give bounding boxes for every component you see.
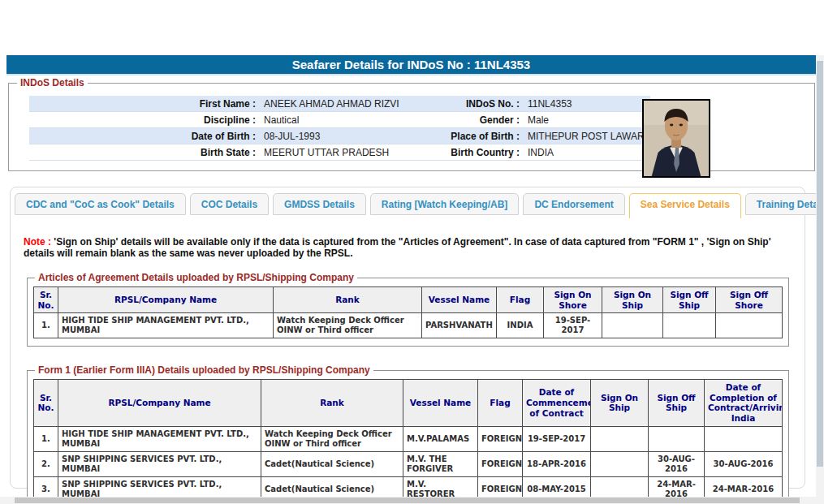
cell-rank: Cadet(Nautical Science) xyxy=(261,451,403,476)
cell-flag: FOREIGN xyxy=(478,451,523,476)
cell-vessel: M.V. THE FORGIVER xyxy=(403,451,478,476)
form1-table-row: 2. SNP SHIPPING SERVICES PVT. LTD., MUMB… xyxy=(34,451,783,476)
col-rpsl-company-name: RPSL/Company Name xyxy=(58,287,274,313)
indos-no-value: 11NL4353 xyxy=(524,96,650,112)
tab-panel: CDC and "CoC as Cook" Details COC Detail… xyxy=(10,187,805,489)
note-text: Note : 'Sign on Ship' details will be av… xyxy=(24,236,796,259)
cell-sign-on-ship xyxy=(591,426,649,451)
col-sign-off-ship: Sign Off Ship xyxy=(663,287,716,313)
col-rank: Rank xyxy=(261,380,403,426)
col-sign-on-ship: Sign On Ship xyxy=(602,287,663,313)
cell-sign-off-ship xyxy=(663,313,716,338)
cell-company: SNP SHIPPING SERVICES PVT. LTD., MUMBAI xyxy=(58,451,261,476)
articles-table: Sr. No. RPSL/Company Name Rank Vessel Na… xyxy=(33,286,783,338)
tab-coc-details[interactable]: COC Details xyxy=(190,193,269,215)
indos-fields: First Name : ANEEK AHMAD AHMAD RIZVI IND… xyxy=(29,96,650,161)
horizontal-scrollbar-thumb[interactable] xyxy=(15,498,800,503)
tab-bar: CDC and "CoC as Cook" Details COC Detail… xyxy=(15,193,805,218)
title-bar: Seafarer Details for INDoS No : 11NL4353 xyxy=(6,55,816,75)
articles-legend: Articles of Agreement Details uploaded b… xyxy=(35,272,357,283)
birth-state-value: MEERUT UTTAR PRADESH xyxy=(261,144,407,161)
seafarer-photo xyxy=(642,99,710,178)
cell-date-completion: 30-AUG-2016 xyxy=(705,451,783,476)
col-date-completion: Date of Completion of Contract/Arriving … xyxy=(705,380,783,426)
cell-sign-on-shore: 19-SEP-2017 xyxy=(544,313,602,338)
discipline-label: Discipline : xyxy=(29,112,261,128)
col-flag: Flag xyxy=(497,287,544,313)
cell-company: HIGH TIDE SHIP MANAGEMENT PVT. LTD., MUM… xyxy=(58,313,274,338)
form1-table: Sr. No. RPSL/Company Name Rank Vessel Na… xyxy=(33,379,783,502)
tab-gmdss-details[interactable]: GMDSS Details xyxy=(273,193,366,215)
vertical-scrollbar-thumb[interactable] xyxy=(817,61,823,467)
birth-state-label: Birth State : xyxy=(29,144,261,161)
place-of-birth-label: Place of Birth : xyxy=(407,128,524,144)
articles-of-agreement-section: Articles of Agreement Details uploaded b… xyxy=(27,272,789,347)
articles-header-row: Sr. No. RPSL/Company Name Rank Vessel Na… xyxy=(34,287,783,313)
col-vessel-name: Vessel Name xyxy=(403,380,478,426)
gender-value: Male xyxy=(524,112,650,128)
form1-header-row: Sr. No. RPSL/Company Name Rank Vessel Na… xyxy=(34,380,783,426)
first-name-label: First Name : xyxy=(29,96,261,112)
tab-training-details[interactable]: Training Details xyxy=(745,193,824,215)
cell-sign-on-ship xyxy=(602,313,663,338)
form1-legend: Form 1 (Earlier Form IIIA) Details uploa… xyxy=(35,364,373,376)
horizontal-scrollbar[interactable] xyxy=(0,497,824,504)
cell-sr-no: 1. xyxy=(34,313,58,338)
col-vessel-name: Vessel Name xyxy=(422,287,497,313)
col-rank: Rank xyxy=(274,287,422,313)
cell-flag: FOREIGN xyxy=(478,426,523,451)
cell-date-completion xyxy=(705,426,783,451)
vertical-scrollbar[interactable] xyxy=(816,55,824,497)
tab-rating-watch-keeping-ab[interactable]: Rating [Watch Keeping/AB] xyxy=(370,193,520,215)
cell-date-commencement: 18-APR-2016 xyxy=(523,451,591,476)
date-of-birth-value: 08-JUL-1993 xyxy=(261,128,407,144)
birth-country-value: INDIA xyxy=(524,144,650,161)
indos-row-2: Discipline : Nautical Gender : Male xyxy=(29,112,650,128)
col-sr-no: Sr. No. xyxy=(34,380,58,426)
discipline-value: Nautical xyxy=(261,112,407,128)
indos-row-4: Birth State : MEERUT UTTAR PRADESH Birth… xyxy=(29,144,650,161)
tab-cdc-coc-cook-details[interactable]: CDC and "CoC as Cook" Details xyxy=(15,193,186,215)
cell-vessel: PARSHVANATH xyxy=(422,313,497,338)
indos-details-legend: INDoS Details xyxy=(17,77,88,88)
first-name-value: ANEEK AHMAD AHMAD RIZVI xyxy=(261,96,407,112)
note-body: 'Sign on Ship' details will be available… xyxy=(24,236,771,259)
articles-table-row: 1. HIGH TIDE SHIP MANAGEMENT PVT. LTD., … xyxy=(34,313,783,338)
cell-sign-off-shore xyxy=(716,313,783,338)
col-sign-off-shore: Sign Off Shore xyxy=(716,287,783,313)
indos-row-3: Date of Birth : 08-JUL-1993 Place of Bir… xyxy=(29,128,650,144)
cell-sr-no: 2. xyxy=(34,451,58,476)
date-of-birth-label: Date of Birth : xyxy=(29,128,261,144)
indos-no-label: INDoS No. : xyxy=(407,96,524,112)
tab-dc-endorsement[interactable]: DC Endorsement xyxy=(523,193,624,215)
tab-sea-service-details[interactable]: Sea Service Details xyxy=(629,193,741,218)
cell-flag: INDIA xyxy=(497,313,544,338)
cell-date-commencement: 19-SEP-2017 xyxy=(523,426,591,451)
col-sr-no: Sr. No. xyxy=(34,287,58,313)
place-of-birth-value: MITHEPUR POST LAWAR xyxy=(524,128,650,144)
cell-sr-no: 1. xyxy=(34,426,58,451)
col-flag: Flag xyxy=(478,380,523,426)
form1-section: Form 1 (Earlier Form IIIA) Details uploa… xyxy=(27,364,789,504)
col-sign-on-shore: Sign On Shore xyxy=(544,287,602,313)
gender-label: Gender : xyxy=(407,112,524,128)
cell-sign-off-ship: 30-AUG-2016 xyxy=(649,451,705,476)
page-title: Seafarer Details for INDoS No : 11NL4353 xyxy=(292,58,530,71)
col-date-commencement: Date of Commencement of Contract xyxy=(523,380,591,426)
cell-company: HIGH TIDE SHIP MANAGEMENT PVT. LTD., MUM… xyxy=(58,426,261,451)
form1-table-row: 1. HIGH TIDE SHIP MANAGEMENT PVT. LTD., … xyxy=(34,426,783,451)
cell-rank: Watch Keeping Deck Officer OINW or Third… xyxy=(261,426,403,451)
cell-vessel: M.V.PALAMAS xyxy=(403,426,478,451)
portrait-graphic xyxy=(644,101,709,176)
indos-row-1: First Name : ANEEK AHMAD AHMAD RIZVI IND… xyxy=(29,96,650,112)
cell-sign-on-ship xyxy=(591,451,649,476)
cell-sign-off-ship xyxy=(649,426,705,451)
indos-details-section: INDoS Details First Name : ANEEK AHMAD A… xyxy=(8,77,815,171)
col-rpsl-company-name: RPSL/Company Name xyxy=(58,380,261,426)
note-prefix: Note : xyxy=(24,236,51,248)
birth-country-label: Birth Country : xyxy=(407,144,524,161)
cell-rank: Watch Keeping Deck Officer OINW or Third… xyxy=(274,313,422,338)
col-sign-off-ship: Sign Off Ship xyxy=(649,380,705,426)
col-sign-on-ship: Sign On Ship xyxy=(591,380,649,426)
